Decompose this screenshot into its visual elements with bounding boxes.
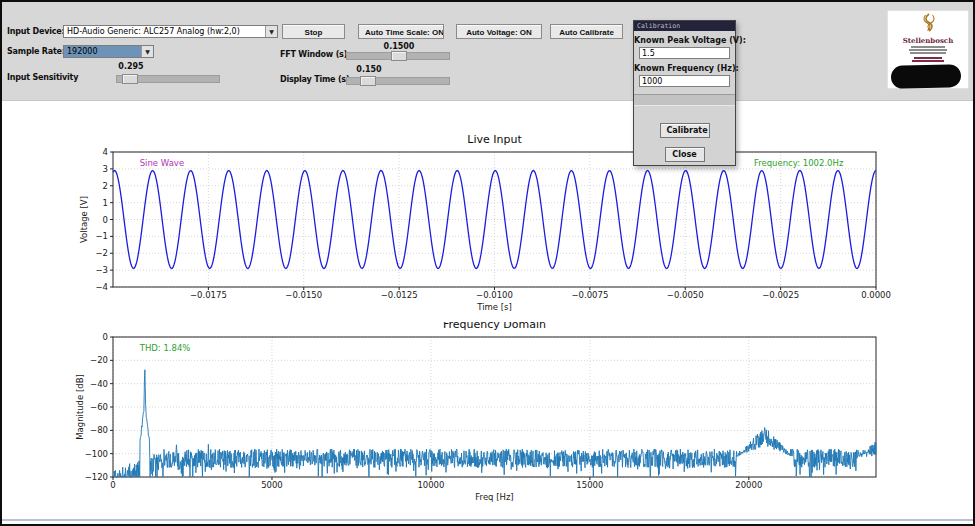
toolbar: Input Device: HD-Audio Generic: ALC257 A…: [2, 2, 973, 101]
display-time-value: 0.150: [347, 65, 391, 74]
slider-handle[interactable]: [122, 74, 138, 84]
y-axis-label: Magnitude [dB]: [75, 374, 85, 440]
dialog-titlebar[interactable]: Calibration: [634, 21, 735, 31]
chevron-down-icon[interactable]: ▼: [265, 26, 277, 37]
university-name: Stellenbosch: [888, 36, 968, 45]
calibrate-button[interactable]: Calibrate: [660, 123, 710, 138]
svg-text:20000: 20000: [735, 480, 762, 490]
svg-text:−0.0175: −0.0175: [190, 290, 227, 300]
sample-rate-value: 192000: [64, 46, 141, 57]
stop-button[interactable]: Stop: [282, 24, 345, 39]
auto-voltage-button[interactable]: Auto Voltage: ON: [456, 24, 542, 39]
auto-calibrate-button[interactable]: Auto Calibrate: [550, 24, 623, 39]
svg-text:−100: −100: [85, 449, 108, 459]
input-sensitivity-value: 0.295: [109, 62, 153, 71]
slider-handle[interactable]: [360, 76, 376, 86]
input-device-value: HD-Audio Generic: ALC257 Analog (hw:2,0): [64, 26, 265, 37]
chart-title: Frequency Domain: [443, 322, 546, 331]
x-axis-label: Time [s]: [476, 302, 512, 312]
svg-text:−1: −1: [95, 231, 108, 241]
svg-text:−40: −40: [90, 379, 108, 389]
known-frequency-label: Known Frequency (Hz):: [634, 64, 735, 73]
sample-rate-label: Sample Rate:: [7, 47, 65, 56]
sample-rate-combobox[interactable]: 192000 ▼: [63, 45, 154, 58]
chart-title: Live Input: [467, 133, 522, 146]
chart-annotation: Frequency: 1002.0Hz: [754, 158, 844, 168]
close-button[interactable]: Close: [665, 147, 705, 162]
input-device-combobox[interactable]: HD-Audio Generic: ALC257 Analog (hw:2,0)…: [63, 25, 278, 38]
logo-small-text: [912, 60, 944, 62]
university-logo: Stellenbosch: [887, 10, 969, 89]
input-sensitivity-slider[interactable]: [116, 74, 220, 84]
svg-text:0: 0: [110, 480, 115, 490]
svg-text:−0.0025: −0.0025: [762, 290, 799, 300]
fft-window-slider[interactable]: [346, 51, 450, 61]
calibration-dialog: Calibration Known Peak Voltage (V): Know…: [633, 20, 736, 166]
svg-text:5000: 5000: [261, 480, 283, 490]
fft-window-value: 0.1500: [377, 42, 421, 51]
svg-text:−0.0050: −0.0050: [667, 290, 704, 300]
svg-text:1: 1: [103, 198, 108, 208]
x-axis-label: Freq [Hz]: [475, 492, 513, 502]
university-emblem-icon: [919, 13, 939, 35]
svg-text:−0.0100: −0.0100: [476, 290, 513, 300]
app-window: Input Device: HD-Audio Generic: ALC257 A…: [0, 0, 975, 526]
svg-text:−0.0125: −0.0125: [381, 290, 418, 300]
svg-text:−60: −60: [90, 402, 108, 412]
svg-text:−2: −2: [95, 248, 108, 258]
known-frequency-input[interactable]: [639, 75, 730, 87]
chart-annotation: THD: 1.84%: [139, 343, 191, 353]
logo-small-text: [909, 49, 947, 51]
chevron-down-icon[interactable]: ▼: [141, 46, 153, 57]
fft-window-label: FFT Window (s): [280, 50, 347, 59]
frequency-domain-chart: 050001000015000200000−20−40−60−80−100−12…: [2, 322, 973, 512]
auto-time-scale-button[interactable]: Auto Time Scale: ON: [358, 24, 444, 39]
window-bottom-edge: [2, 519, 973, 521]
svg-text:−4: −4: [95, 282, 108, 292]
svg-text:0.0000: 0.0000: [861, 290, 891, 300]
display-time-label: Display Time (s): [280, 75, 349, 84]
input-device-label: Input Device:: [7, 27, 65, 36]
svg-text:15000: 15000: [576, 480, 603, 490]
svg-text:2: 2: [103, 181, 108, 191]
svg-text:0: 0: [103, 332, 108, 342]
spectrum-trace: [113, 370, 876, 477]
svg-text:−3: −3: [95, 265, 108, 275]
known-peak-voltage-input[interactable]: [639, 47, 730, 59]
svg-text:−80: −80: [90, 425, 108, 435]
known-peak-voltage-label: Known Peak Voltage (V):: [634, 36, 735, 45]
logo-small-text: [910, 52, 946, 54]
svg-text:3: 3: [103, 164, 108, 174]
svg-text:0: 0: [103, 215, 108, 225]
dialog-separator: [634, 94, 735, 106]
y-axis-label: Voltage [V]: [79, 196, 89, 243]
svg-text:−120: −120: [85, 472, 108, 482]
logo-small-text: [911, 46, 945, 48]
live-input-chart: −0.0175−0.0150−0.0125−0.0100−0.0075−0.00…: [2, 122, 973, 322]
svg-text:−20: −20: [90, 355, 108, 365]
redaction-mark: [891, 64, 962, 89]
figure-area: −0.0175−0.0150−0.0125−0.0100−0.0075−0.00…: [2, 101, 973, 515]
input-sensitivity-label: Input Sensitivity: [7, 73, 78, 82]
slider-handle[interactable]: [391, 51, 407, 61]
display-time-slider[interactable]: [346, 76, 450, 86]
svg-text:−0.0150: −0.0150: [285, 290, 322, 300]
svg-text:10000: 10000: [417, 480, 444, 490]
logo-small-text: [914, 57, 942, 59]
chart-annotation: Sine Wave: [140, 158, 184, 168]
svg-text:4: 4: [103, 147, 108, 157]
svg-text:−0.0075: −0.0075: [571, 290, 608, 300]
